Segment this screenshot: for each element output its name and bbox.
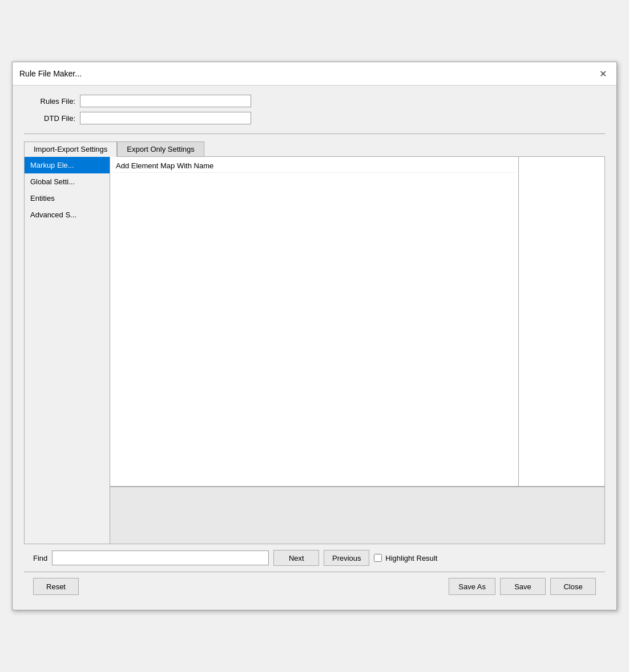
file-fields: Rules File: DTD File:	[24, 95, 605, 124]
dtd-file-row: DTD File:	[24, 112, 605, 124]
find-label: Find	[33, 554, 47, 562]
tabs-container: Import-Export Settings Export Only Setti…	[24, 141, 605, 544]
sidebar-list: Markup Ele... Global Setti... Entities A…	[25, 157, 110, 544]
sidebar-item-entities[interactable]: Entities	[25, 190, 110, 207]
tab-import-export[interactable]: Import-Export Settings	[24, 141, 117, 157]
content-top: Add Element Map With Name	[110, 157, 604, 487]
content-bottom	[110, 487, 604, 544]
bottom-right: Save As Save Close	[449, 578, 596, 595]
highlight-result-label: Highlight Result	[385, 554, 437, 562]
dtd-file-label: DTD File:	[24, 114, 75, 123]
main-content: Add Element Map With Name	[110, 157, 604, 544]
rule-file-maker-dialog: Rule File Maker... ✕ Rules File: DTD Fil…	[12, 62, 617, 610]
sidebar-item-global-settings[interactable]: Global Setti...	[25, 173, 110, 190]
dialog-title: Rule File Maker...	[19, 69, 82, 78]
close-icon-button[interactable]: ✕	[596, 67, 610, 80]
bottom-bar: Reset Save As Save Close	[24, 572, 605, 601]
close-button[interactable]: Close	[550, 578, 596, 595]
highlight-row: Highlight Result	[374, 554, 437, 562]
tab-export-only[interactable]: Export Only Settings	[117, 141, 204, 157]
sidebar-item-advanced-settings[interactable]: Advanced S...	[25, 207, 110, 223]
right-panel	[519, 157, 604, 487]
rules-file-label: Rules File:	[24, 97, 75, 106]
find-input[interactable]	[52, 550, 269, 565]
rules-file-input[interactable]	[80, 95, 251, 107]
tab-content-area: Markup Ele... Global Setti... Entities A…	[24, 156, 605, 544]
rules-file-row: Rules File:	[24, 95, 605, 107]
sidebar-item-markup-elements[interactable]: Markup Ele...	[25, 157, 110, 173]
previous-button[interactable]: Previous	[324, 550, 369, 566]
title-bar-buttons: ✕	[596, 67, 610, 80]
tab-header: Import-Export Settings Export Only Setti…	[24, 141, 605, 156]
dtd-file-input[interactable]	[80, 112, 251, 124]
highlight-result-checkbox[interactable]	[374, 554, 382, 562]
next-button[interactable]: Next	[273, 550, 319, 566]
add-element-map-header: Add Element Map With Name	[112, 159, 516, 173]
bottom-left: Reset	[33, 578, 79, 595]
dialog-body: Rules File: DTD File: Import-Export Sett…	[13, 86, 616, 610]
left-panel: Add Element Map With Name	[110, 157, 519, 487]
save-as-button[interactable]: Save As	[449, 578, 495, 595]
separator	[24, 133, 605, 134]
title-bar: Rule File Maker... ✕	[13, 62, 616, 86]
find-bar: Find Next Previous Highlight Result	[24, 544, 605, 572]
reset-button[interactable]: Reset	[33, 578, 79, 595]
save-button[interactable]: Save	[500, 578, 546, 595]
